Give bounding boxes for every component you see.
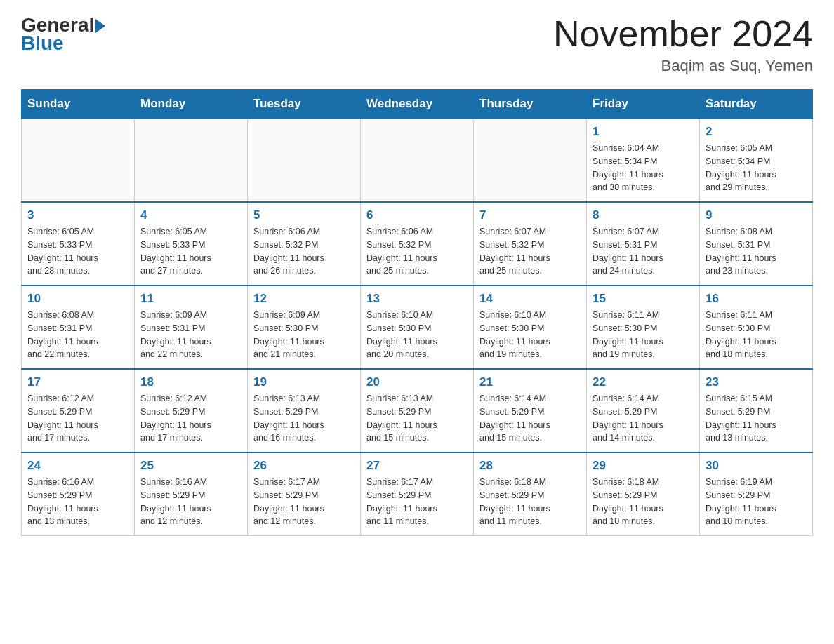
calendar-cell: 9Sunrise: 6:08 AM Sunset: 5:31 PM Daylig… [700,202,813,286]
weekday-header-row: SundayMondayTuesdayWednesdayThursdayFrid… [22,90,813,119]
day-number: 26 [253,459,355,473]
calendar-cell: 6Sunrise: 6:06 AM Sunset: 5:32 PM Daylig… [361,202,474,286]
day-info: Sunrise: 6:09 AM Sunset: 5:30 PM Dayligh… [253,309,355,361]
day-number: 24 [27,459,128,473]
calendar-cell: 17Sunrise: 6:12 AM Sunset: 5:29 PM Dayli… [22,369,135,452]
weekday-header-friday: Friday [587,90,700,119]
calendar-cell: 21Sunrise: 6:14 AM Sunset: 5:29 PM Dayli… [474,369,587,452]
day-info: Sunrise: 6:10 AM Sunset: 5:30 PM Dayligh… [479,309,581,361]
day-number: 7 [479,208,581,222]
calendar-cell: 8Sunrise: 6:07 AM Sunset: 5:31 PM Daylig… [587,202,700,286]
calendar-cell: 28Sunrise: 6:18 AM Sunset: 5:29 PM Dayli… [474,452,587,536]
day-info: Sunrise: 6:11 AM Sunset: 5:30 PM Dayligh… [593,309,694,361]
day-info: Sunrise: 6:12 AM Sunset: 5:29 PM Dayligh… [140,392,241,445]
calendar-cell [135,119,248,202]
calendar-cell: 2Sunrise: 6:05 AM Sunset: 5:34 PM Daylig… [700,119,813,202]
day-number: 9 [706,208,807,222]
day-info: Sunrise: 6:06 AM Sunset: 5:32 PM Dayligh… [366,225,468,278]
calendar-cell: 26Sunrise: 6:17 AM Sunset: 5:29 PM Dayli… [248,452,361,536]
calendar-table: SundayMondayTuesdayWednesdayThursdayFrid… [21,89,813,536]
day-number: 8 [593,208,694,222]
day-number: 28 [479,459,581,473]
day-info: Sunrise: 6:05 AM Sunset: 5:34 PM Dayligh… [706,142,807,194]
day-number: 10 [27,292,128,306]
day-number: 3 [27,208,128,222]
title-section: November 2024 Baqim as Suq, Yemen [553,14,813,75]
calendar-cell [361,119,474,202]
day-info: Sunrise: 6:07 AM Sunset: 5:32 PM Dayligh… [479,225,581,278]
day-info: Sunrise: 6:13 AM Sunset: 5:29 PM Dayligh… [366,392,468,445]
calendar-cell: 13Sunrise: 6:10 AM Sunset: 5:30 PM Dayli… [361,286,474,369]
calendar-cell: 3Sunrise: 6:05 AM Sunset: 5:33 PM Daylig… [22,202,135,286]
day-number: 12 [253,292,355,306]
month-year-title: November 2024 [553,14,813,54]
day-info: Sunrise: 6:14 AM Sunset: 5:29 PM Dayligh… [593,392,694,445]
day-number: 29 [593,459,694,473]
calendar-cell: 10Sunrise: 6:08 AM Sunset: 5:31 PM Dayli… [22,286,135,369]
day-info: Sunrise: 6:13 AM Sunset: 5:29 PM Dayligh… [253,392,355,445]
day-number: 25 [140,459,241,473]
day-number: 5 [253,208,355,222]
weekday-header-monday: Monday [135,90,248,119]
day-info: Sunrise: 6:16 AM Sunset: 5:29 PM Dayligh… [140,476,241,528]
weekday-header-sunday: Sunday [22,90,135,119]
calendar-cell: 12Sunrise: 6:09 AM Sunset: 5:30 PM Dayli… [248,286,361,369]
day-number: 23 [706,375,807,389]
day-info: Sunrise: 6:08 AM Sunset: 5:31 PM Dayligh… [27,309,128,361]
day-info: Sunrise: 6:08 AM Sunset: 5:31 PM Dayligh… [706,225,807,278]
day-info: Sunrise: 6:04 AM Sunset: 5:34 PM Dayligh… [593,142,694,194]
day-info: Sunrise: 6:19 AM Sunset: 5:29 PM Dayligh… [706,476,807,528]
day-info: Sunrise: 6:05 AM Sunset: 5:33 PM Dayligh… [27,225,128,278]
weekday-header-tuesday: Tuesday [248,90,361,119]
calendar-cell: 15Sunrise: 6:11 AM Sunset: 5:30 PM Dayli… [587,286,700,369]
day-number: 22 [593,375,694,389]
calendar-cell: 11Sunrise: 6:09 AM Sunset: 5:31 PM Dayli… [135,286,248,369]
calendar-cell: 19Sunrise: 6:13 AM Sunset: 5:29 PM Dayli… [248,369,361,452]
page-header: General Blue November 2024 Baqim as Suq,… [21,14,813,75]
logo-blue-text: Blue [21,32,64,55]
day-number: 1 [593,125,694,139]
day-info: Sunrise: 6:15 AM Sunset: 5:29 PM Dayligh… [706,392,807,445]
day-number: 21 [479,375,581,389]
day-number: 2 [706,125,807,139]
day-number: 30 [706,459,807,473]
day-number: 6 [366,208,468,222]
calendar-cell: 1Sunrise: 6:04 AM Sunset: 5:34 PM Daylig… [587,119,700,202]
day-info: Sunrise: 6:10 AM Sunset: 5:30 PM Dayligh… [366,309,468,361]
day-info: Sunrise: 6:14 AM Sunset: 5:29 PM Dayligh… [479,392,581,445]
weekday-header-saturday: Saturday [700,90,813,119]
calendar-cell: 29Sunrise: 6:18 AM Sunset: 5:29 PM Dayli… [587,452,700,536]
day-number: 17 [27,375,128,389]
calendar-cell: 25Sunrise: 6:16 AM Sunset: 5:29 PM Dayli… [135,452,248,536]
day-number: 20 [366,375,468,389]
day-number: 11 [140,292,241,306]
day-number: 13 [366,292,468,306]
day-info: Sunrise: 6:18 AM Sunset: 5:29 PM Dayligh… [479,476,581,528]
weekday-header-wednesday: Wednesday [361,90,474,119]
calendar-cell [474,119,587,202]
day-info: Sunrise: 6:05 AM Sunset: 5:33 PM Dayligh… [140,225,241,278]
day-number: 18 [140,375,241,389]
week-row-3: 10Sunrise: 6:08 AM Sunset: 5:31 PM Dayli… [22,286,813,369]
week-row-1: 1Sunrise: 6:04 AM Sunset: 5:34 PM Daylig… [22,119,813,202]
calendar-cell: 27Sunrise: 6:17 AM Sunset: 5:29 PM Dayli… [361,452,474,536]
day-number: 27 [366,459,468,473]
weekday-header-thursday: Thursday [474,90,587,119]
calendar-cell: 23Sunrise: 6:15 AM Sunset: 5:29 PM Dayli… [700,369,813,452]
location-subtitle: Baqim as Suq, Yemen [553,57,813,75]
week-row-2: 3Sunrise: 6:05 AM Sunset: 5:33 PM Daylig… [22,202,813,286]
day-info: Sunrise: 6:17 AM Sunset: 5:29 PM Dayligh… [366,476,468,528]
calendar-cell: 14Sunrise: 6:10 AM Sunset: 5:30 PM Dayli… [474,286,587,369]
day-info: Sunrise: 6:12 AM Sunset: 5:29 PM Dayligh… [27,392,128,445]
calendar-cell: 5Sunrise: 6:06 AM Sunset: 5:32 PM Daylig… [248,202,361,286]
day-info: Sunrise: 6:16 AM Sunset: 5:29 PM Dayligh… [27,476,128,528]
day-number: 14 [479,292,581,306]
logo-arrow-icon [95,19,105,33]
logo: General Blue [21,14,105,55]
day-number: 15 [593,292,694,306]
calendar-cell [22,119,135,202]
calendar-cell: 18Sunrise: 6:12 AM Sunset: 5:29 PM Dayli… [135,369,248,452]
day-info: Sunrise: 6:06 AM Sunset: 5:32 PM Dayligh… [253,225,355,278]
day-info: Sunrise: 6:07 AM Sunset: 5:31 PM Dayligh… [593,225,694,278]
day-number: 19 [253,375,355,389]
